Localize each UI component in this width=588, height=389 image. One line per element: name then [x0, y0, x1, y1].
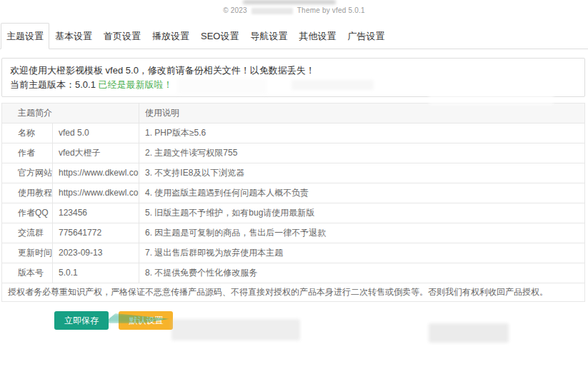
row-note: 6. 因主题是可复制的商品，售出后一律不予退款: [139, 223, 585, 243]
tab-nav-settings[interactable]: 导航设置: [244, 23, 293, 49]
table-row: 交流群 775641772 6. 因主题是可复制的商品，售出后一律不予退款: [2, 223, 585, 243]
table-row: 版本号 5.0.1 8. 不提供免费个性化修改服务: [2, 263, 585, 283]
row-label: 作者: [2, 143, 53, 163]
topbar: © 2023Theme by vfed 5.0.1: [0, 0, 588, 19]
row-note: 5. 旧版主题不予维护，如有bug请使用最新版: [139, 203, 585, 223]
table-row: 官方网站 https://www.dkewl.com 3. 不支持IE8及以下浏…: [2, 163, 585, 183]
row-value-official-site: https://www.dkewl.com: [53, 163, 139, 183]
row-note: 3. 不支持IE8及以下浏览器: [139, 163, 585, 183]
row-label: 更新时间: [2, 243, 53, 263]
row-label: 使用教程: [2, 183, 53, 203]
row-note: 7. 退出售后群即视为放弃使用本主题: [139, 243, 585, 263]
copyright: © 2023Theme by vfed 5.0.1: [0, 6, 588, 14]
notice-line1: 欢迎使用大橙影视模板 vfed 5.0，修改前请备份相关文件！以免数据丢失！: [10, 64, 577, 78]
current-version-text: 当前主题版本：5.0.1: [10, 79, 99, 90]
tab-content: 欢迎使用大橙影视模板 vfed 5.0，修改前请备份相关文件！以免数据丢失！ 当…: [0, 58, 588, 330]
header-theme-intro: 主题简介: [2, 103, 139, 123]
tab-home-settings[interactable]: 首页设置: [98, 23, 146, 49]
row-value: 5.0.1: [53, 263, 139, 283]
default-settings-button[interactable]: 默认设置: [119, 311, 173, 330]
table-header-row: 主题简介 使用说明: [2, 103, 585, 123]
row-label: 官方网站: [2, 163, 53, 183]
table-row: 作者QQ 123456 5. 旧版主题不予维护，如有bug请使用最新版: [2, 203, 585, 223]
settings-tab-bar: 主题设置 基本设置 首页设置 播放设置 SEO设置 导航设置 其他设置 广告设置: [0, 23, 588, 49]
header-usage-notes: 使用说明: [139, 103, 585, 123]
tab-theme-settings[interactable]: 主题设置: [1, 23, 49, 49]
form-actions: 立即保存 默认设置: [54, 311, 585, 330]
row-note: 4. 使用盗版主题遇到任何问题本人概不负责: [139, 183, 585, 203]
save-button[interactable]: 立即保存: [54, 311, 109, 330]
table-row: 使用教程 https://www.dkewl.com 4. 使用盗版主题遇到任何…: [2, 183, 585, 203]
table-row: 名称 vfed 5.0 1. PHP版本≥5.6: [2, 123, 585, 143]
license-row: 授权者务必尊重知识产权，严格保证不恶意传播产品源码、不得直接对授权的产品本身进行…: [2, 283, 585, 302]
row-value: 123456: [53, 203, 139, 223]
table-row: 作者 vfed大橙子 2. 主题文件读写权限755: [2, 143, 585, 163]
row-note: 2. 主题文件读写权限755: [139, 143, 585, 163]
tab-other-settings[interactable]: 其他设置: [293, 23, 342, 49]
row-value-tutorial-site: https://www.dkewl.com: [53, 183, 139, 203]
row-label: 版本号: [2, 263, 53, 283]
tab-seo-settings[interactable]: SEO设置: [195, 23, 244, 49]
copyright-theme: Theme by vfed 5.0.1: [297, 6, 365, 14]
row-value: 775641772: [53, 223, 139, 243]
tab-play-settings[interactable]: 播放设置: [146, 23, 195, 49]
row-value: 2023-09-13: [53, 243, 139, 263]
row-label: 名称: [2, 123, 53, 143]
welcome-notice: 欢迎使用大橙影视模板 vfed 5.0，修改前请备份相关文件！以免数据丢失！ 当…: [1, 58, 585, 97]
row-note: 1. PHP版本≥5.6: [139, 123, 585, 143]
row-label: 作者QQ: [2, 203, 53, 223]
blurred-watermark: [251, 8, 293, 14]
row-note: 8. 不提供免费个性化修改服务: [139, 263, 585, 283]
tab-basic-settings[interactable]: 基本设置: [49, 23, 98, 49]
table-row: 更新时间 2023-09-13 7. 退出售后群即视为放弃使用本主题: [2, 243, 585, 263]
copyright-year: © 2023: [223, 6, 247, 14]
row-label: 交流群: [2, 223, 53, 243]
theme-info-table: 主题简介 使用说明 名称 vfed 5.0 1. PHP版本≥5.6 作者 vf…: [1, 103, 585, 302]
row-value: vfed大橙子: [53, 143, 139, 163]
latest-version-badge: 已经是最新版啦！: [99, 79, 173, 90]
license-note: 授权者务必尊重知识产权，严格保证不恶意传播产品源码、不得直接对授权的产品本身进行…: [2, 283, 585, 302]
notice-line2: 当前主题版本：5.0.1 已经是最新版啦！: [10, 78, 577, 92]
row-value: vfed 5.0: [53, 123, 139, 143]
theme-settings-page: © 2023Theme by vfed 5.0.1 主题设置 基本设置 首页设置…: [0, 0, 588, 389]
tab-ad-settings[interactable]: 广告设置: [342, 23, 390, 49]
